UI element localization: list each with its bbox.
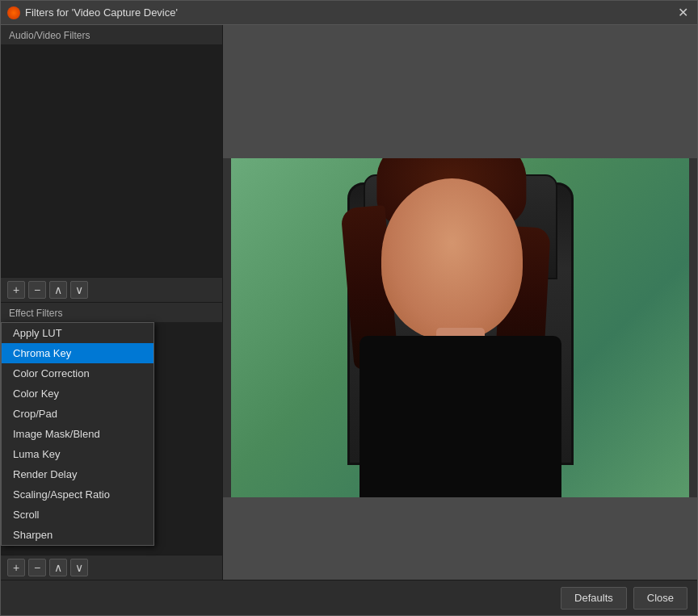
av-remove-button[interactable]: − — [28, 281, 46, 299]
dropdown-item-color-correction[interactable]: Color Correction — [2, 363, 153, 383]
dropdown-item-scaling-aspect-ratio[interactable]: Scaling/Aspect Ratio — [2, 484, 153, 505]
av-add-button[interactable]: + — [7, 281, 25, 299]
dropdown-item-luma-key[interactable]: Luma Key — [2, 444, 153, 464]
effect-dropdown: Apply LUTChroma KeyColor CorrectionColor… — [1, 322, 154, 546]
main-content: Audio/Video Filters + − ∧ ∨ Effect Filte… — [1, 25, 697, 580]
close-button[interactable]: ✕ — [675, 5, 691, 21]
dropdown-item-scroll[interactable]: Scroll — [2, 505, 153, 525]
dropdown-item-render-delay[interactable]: Render Delay — [2, 464, 153, 484]
right-panel — [223, 25, 697, 580]
av-down-button[interactable]: ∨ — [70, 281, 88, 299]
dropdown-item-image-mask-blend[interactable]: Image Mask/Blend — [2, 424, 153, 444]
titlebar-left: Filters for 'Video Capture Device' — [7, 6, 178, 19]
effect-up-button[interactable]: ∧ — [49, 559, 67, 576]
titlebar: Filters for 'Video Capture Device' ✕ — [1, 1, 697, 25]
preview-image — [231, 158, 689, 497]
left-panel: Audio/Video Filters + − ∧ ∨ Effect Filte… — [1, 25, 223, 580]
dropdown-item-sharpen[interactable]: Sharpen — [2, 525, 153, 545]
preview-top-area — [223, 25, 697, 158]
defaults-button[interactable]: Defaults — [561, 587, 627, 610]
preview-bottom-area — [223, 497, 697, 580]
dropdown-item-chroma-key[interactable]: Chroma Key — [2, 343, 153, 363]
main-window: Filters for 'Video Capture Device' ✕ Aud… — [0, 0, 698, 616]
av-list-controls: + − ∧ ∨ — [1, 277, 222, 303]
close-dialog-button[interactable]: Close — [633, 587, 687, 610]
window-title: Filters for 'Video Capture Device' — [25, 6, 178, 19]
audio-video-label: Audio/Video Filters — [1, 25, 222, 44]
person-body — [360, 336, 561, 497]
effect-add-button[interactable]: + — [7, 559, 25, 576]
effect-list-controls: + − ∧ ∨ — [1, 555, 222, 580]
dropdown-item-apply-lut[interactable]: Apply LUT — [2, 323, 153, 343]
person-head — [381, 178, 523, 340]
audio-video-list — [1, 44, 222, 277]
preview-container — [223, 25, 697, 580]
av-up-button[interactable]: ∧ — [49, 281, 67, 299]
effect-label: Effect Filters — [1, 303, 222, 322]
dropdown-item-color-key[interactable]: Color Key — [2, 383, 153, 404]
bottom-bar: Defaults Close — [1, 580, 697, 615]
app-icon — [7, 6, 20, 19]
effect-list-area: Apply LUTChroma KeyColor CorrectionColor… — [1, 322, 222, 555]
effect-remove-button[interactable]: − — [28, 559, 46, 576]
effect-down-button[interactable]: ∨ — [70, 559, 88, 576]
dropdown-item-crop-pad[interactable]: Crop/Pad — [2, 404, 153, 424]
